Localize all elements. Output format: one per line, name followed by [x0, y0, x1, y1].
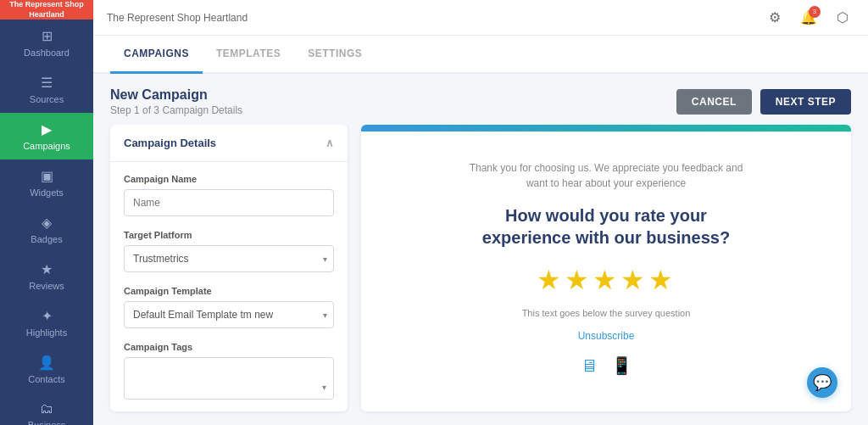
preview-stars: ★★★★★ [462, 264, 750, 296]
sidebar: The Represent Shop Heartland ⊞ Dashboard… [0, 0, 93, 425]
campaign-template-label: Campaign Template [124, 286, 334, 296]
header-actions: CANCEL NEXT STEP [676, 89, 851, 115]
next-step-button[interactable]: NEXT STEP [760, 89, 851, 115]
target-platform-select[interactable]: Trustmetrics Google Facebook [124, 245, 334, 272]
logo-text: The Represent Shop Heartland [7, 0, 86, 20]
sidebar-label-highlights: Highlights [26, 327, 67, 338]
preview-question: How would you rate your experience with … [462, 204, 750, 249]
campaign-template-group: Campaign Template Default Email Template… [124, 286, 334, 328]
sidebar-label-widgets: Widgets [30, 187, 64, 198]
desktop-icon[interactable]: 🖥 [581, 356, 598, 376]
sidebar-item-sources[interactable]: ☰ Sources [0, 66, 93, 113]
preview-content: Thank you for choosing us. We appreciate… [428, 135, 784, 401]
page-title: New Campaign [110, 87, 242, 103]
sidebar-item-business[interactable]: 🗂 Business [0, 393, 93, 425]
page-subtitle: Step 1 of 3 Campaign Details [110, 104, 242, 116]
collapse-icon[interactable]: ∧ [326, 137, 334, 149]
campaign-template-wrapper: Default Email Template tm new Template 2… [124, 301, 334, 328]
sidebar-label-dashboard: Dashboard [24, 48, 70, 58]
form-panel-header: Campaign Details ∧ [110, 125, 348, 162]
campaign-tags-group: Campaign Tags ▾ [124, 342, 334, 400]
reviews-icon: ★ [41, 261, 53, 277]
widgets-icon: ▣ [41, 168, 53, 184]
badges-icon: ◈ [42, 215, 52, 231]
sidebar-item-campaigns[interactable]: ▶ Campaigns [0, 113, 93, 159]
main-content: The Represent Shop Heartland ⚙ 🔔 3 ⬡ CAM… [93, 0, 868, 425]
sidebar-label-reviews: Reviews [29, 281, 64, 291]
form-panel-title: Campaign Details [124, 137, 216, 149]
preview-top-bar [361, 125, 851, 131]
sidebar-item-dashboard[interactable]: ⊞ Dashboard [0, 20, 93, 66]
form-panel: Campaign Details ∧ Campaign Name Target … [110, 125, 348, 411]
sidebar-label-campaigns: Campaigns [23, 141, 70, 151]
topbar-icons: ⚙ 🔔 3 ⬡ [763, 6, 854, 30]
logout-button[interactable]: ⬡ [831, 6, 854, 30]
preview-panel: Thank you for choosing us. We appreciate… [361, 125, 851, 411]
target-platform-group: Target Platform Trustmetrics Google Face… [124, 230, 334, 272]
tab-templates[interactable]: TEMPLATES [203, 36, 294, 74]
sources-icon: ☰ [41, 75, 53, 91]
campaign-name-label: Campaign Name [124, 174, 334, 184]
preview-device-icons: 🖥 📱 [462, 355, 750, 376]
cancel-button[interactable]: CANCEL [676, 89, 752, 115]
chat-button[interactable]: 💬 [807, 367, 837, 398]
sidebar-item-highlights[interactable]: ✦ Highlights [0, 299, 93, 346]
preview-tagline: Thank you for choosing us. We appreciate… [462, 160, 750, 191]
tags-arrow-icon: ▾ [322, 383, 326, 392]
topbar: The Represent Shop Heartland ⚙ 🔔 3 ⬡ [93, 0, 868, 36]
target-platform-wrapper: Trustmetrics Google Facebook ▾ [124, 245, 334, 272]
page-title-group: New Campaign Step 1 of 3 Campaign Detail… [110, 87, 242, 116]
gear-icon: ⚙ [769, 9, 781, 25]
campaign-tags-input[interactable]: ▾ [124, 357, 334, 400]
contacts-icon: 👤 [38, 355, 55, 371]
logout-icon: ⬡ [837, 9, 849, 25]
sidebar-item-contacts[interactable]: 👤 Contacts [0, 346, 93, 393]
sidebar-logo: The Represent Shop Heartland [0, 0, 93, 20]
sidebar-label-business: Business [28, 420, 66, 425]
chat-icon: 💬 [813, 373, 832, 392]
target-platform-label: Target Platform [124, 230, 334, 240]
campaign-tags-label: Campaign Tags [124, 342, 334, 352]
page-header: New Campaign Step 1 of 3 Campaign Detail… [93, 74, 868, 125]
notification-badge: 3 [809, 6, 821, 18]
sidebar-label-contacts: Contacts [28, 374, 64, 384]
preview-unsubscribe-link[interactable]: Unsubscribe [462, 330, 750, 342]
preview-subtext: This text goes below the survey question [462, 308, 750, 318]
campaigns-icon: ▶ [42, 121, 52, 137]
form-body: Campaign Name Target Platform Trustmetri… [110, 162, 348, 411]
body-area: Campaign Details ∧ Campaign Name Target … [93, 125, 868, 425]
sidebar-item-reviews[interactable]: ★ Reviews [0, 253, 93, 299]
tab-campaigns[interactable]: CAMPAIGNS [110, 36, 203, 74]
topbar-brand: The Represent Shop Heartland [107, 12, 248, 24]
settings-button[interactable]: ⚙ [763, 6, 787, 30]
tab-navigation: CAMPAIGNS TEMPLATES SETTINGS [93, 36, 868, 74]
campaign-template-select[interactable]: Default Email Template tm new Template 2 [124, 301, 334, 328]
business-icon: 🗂 [40, 401, 53, 417]
notifications-button[interactable]: 🔔 3 [797, 6, 821, 30]
highlights-icon: ✦ [42, 308, 53, 324]
sidebar-item-badges[interactable]: ◈ Badges [0, 206, 93, 253]
campaign-name-input[interactable] [124, 189, 334, 216]
sidebar-label-sources: Sources [30, 94, 64, 104]
tab-settings[interactable]: SETTINGS [294, 36, 376, 74]
content-area: CAMPAIGNS TEMPLATES SETTINGS New Campaig… [93, 36, 868, 425]
dashboard-icon: ⊞ [42, 28, 53, 44]
campaign-name-group: Campaign Name [124, 174, 334, 216]
sidebar-label-badges: Badges [31, 234, 62, 244]
mobile-icon[interactable]: 📱 [611, 355, 632, 376]
sidebar-item-widgets[interactable]: ▣ Widgets [0, 159, 93, 206]
